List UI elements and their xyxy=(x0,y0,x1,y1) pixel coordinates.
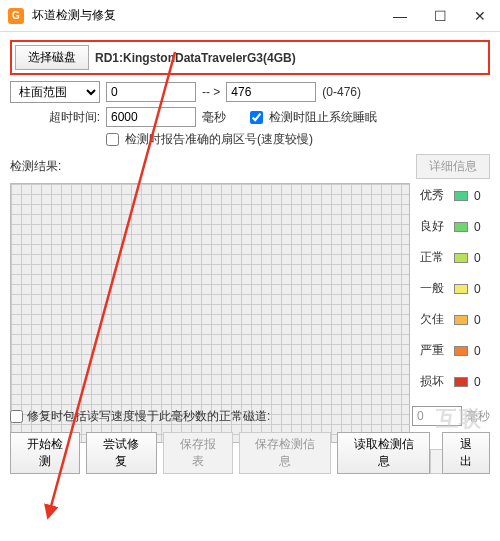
legend-count: 0 xyxy=(474,344,481,358)
app-icon: G xyxy=(8,8,24,24)
legend-count: 0 xyxy=(474,220,481,234)
legend-item: 一般0 xyxy=(420,280,481,297)
disk-selection-row: 选择磁盘 RD1:KingstonDataTravelerG3(4GB) xyxy=(10,40,490,75)
cylinder-start-input[interactable] xyxy=(106,82,196,102)
repair-slow-checkbox[interactable] xyxy=(10,410,23,423)
legend-count: 0 xyxy=(474,282,481,296)
load-info-button[interactable]: 读取检测信息 xyxy=(337,432,429,474)
selected-disk-label: RD1:KingstonDataTravelerG3(4GB) xyxy=(95,51,296,65)
legend-item: 欠佳0 xyxy=(420,311,481,328)
legend-label: 良好 xyxy=(420,218,448,235)
legend-swatch xyxy=(454,222,468,232)
cylinder-range-label: (0-476) xyxy=(322,85,361,99)
legend-item: 损坏0 xyxy=(420,373,481,390)
legend-label: 严重 xyxy=(420,342,448,359)
select-disk-button[interactable]: 选择磁盘 xyxy=(15,45,89,70)
legend-count: 0 xyxy=(474,189,481,203)
save-report-button[interactable]: 保存报表 xyxy=(163,432,233,474)
legend-count: 0 xyxy=(474,251,481,265)
block-sleep-checkbox[interactable] xyxy=(250,111,263,124)
legend-swatch xyxy=(454,315,468,325)
arrow-label: -- > xyxy=(202,85,220,99)
accurate-sector-label: 检测时报告准确的扇区号(速度较慢) xyxy=(125,131,313,148)
window-title: 坏道检测与修复 xyxy=(32,7,380,24)
result-grid xyxy=(10,183,410,443)
legend-item: 严重0 xyxy=(420,342,481,359)
legend-label: 欠佳 xyxy=(420,311,448,328)
results-label: 检测结果: xyxy=(10,158,61,175)
legend-swatch xyxy=(454,284,468,294)
accurate-sector-checkbox[interactable] xyxy=(106,133,119,146)
legend-swatch xyxy=(454,346,468,356)
legend-label: 正常 xyxy=(420,249,448,266)
legend-swatch xyxy=(454,377,468,387)
legend-item: 优秀0 xyxy=(420,187,481,204)
save-info-button[interactable]: 保存检测信息 xyxy=(239,432,331,474)
legend-swatch xyxy=(454,191,468,201)
legend-item: 良好0 xyxy=(420,218,481,235)
detail-button[interactable]: 详细信息 xyxy=(416,154,490,179)
timeout-unit: 毫秒 xyxy=(202,109,226,126)
maximize-button[interactable]: ☐ xyxy=(420,0,460,32)
exit-button[interactable]: 退出 xyxy=(442,432,490,474)
watermark: 互联 xyxy=(436,404,482,434)
legend-count: 0 xyxy=(474,313,481,327)
legend-swatch xyxy=(454,253,468,263)
repair-slow-label: 修复时包括读写速度慢于此毫秒数的正常磁道: xyxy=(27,408,270,425)
close-button[interactable]: ✕ xyxy=(460,0,500,32)
timeout-label: 超时时间: xyxy=(10,109,100,126)
minimize-button[interactable]: — xyxy=(380,0,420,32)
legend-count: 0 xyxy=(474,375,481,389)
legend-label: 损坏 xyxy=(420,373,448,390)
start-scan-button[interactable]: 开始检测 xyxy=(10,432,80,474)
legend-label: 一般 xyxy=(420,280,448,297)
legend-item: 正常0 xyxy=(420,249,481,266)
cylinder-end-input[interactable] xyxy=(226,82,316,102)
cylinder-range-dropdown[interactable]: 柱面范围 xyxy=(10,81,100,103)
block-sleep-label: 检测时阻止系统睡眠 xyxy=(269,109,377,126)
legend-label: 优秀 xyxy=(420,187,448,204)
try-repair-button[interactable]: 尝试修复 xyxy=(86,432,156,474)
timeout-input[interactable] xyxy=(106,107,196,127)
